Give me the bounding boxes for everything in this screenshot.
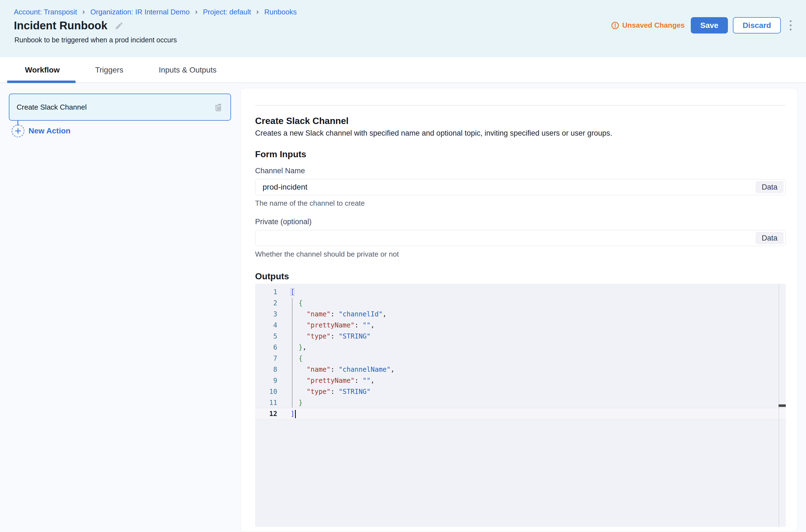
chevron-right-icon: [194, 10, 199, 15]
new-action-label: New Action: [29, 127, 70, 135]
field-channel-name: Channel Name Data The name of the channe…: [255, 167, 786, 208]
code-lines: 1[2 {3 "name": "channelId",4 "prettyName…: [255, 286, 786, 419]
tab-inputs-outputs[interactable]: Inputs & Outputs: [141, 57, 234, 82]
delete-action-trash-icon[interactable]: [213, 102, 223, 112]
plus-icon: [12, 125, 24, 137]
field-private: Private (optional) Data Whether the chan…: [255, 217, 786, 259]
action-detail-panel: Create Slack Channel Creates a new Slack…: [240, 88, 798, 532]
line-number: 4: [255, 320, 277, 331]
line-number: 2: [255, 298, 277, 309]
channel-name-input[interactable]: [255, 179, 786, 195]
chevron-right-icon: [81, 10, 86, 15]
page-title: Incident Runbook: [14, 19, 108, 32]
code-line[interactable]: 10 "type": "STRING": [255, 386, 786, 397]
tab-triggers[interactable]: Triggers: [77, 57, 141, 82]
action-card-label: Create Slack Channel: [17, 103, 213, 112]
line-number: 10: [255, 386, 277, 397]
line-number: 9: [255, 375, 277, 386]
channel-name-helper: The name of the channel to create: [255, 199, 786, 208]
breadcrumb: Account: Transposit Organization: IR Int…: [14, 8, 297, 16]
line-number: 12: [255, 408, 277, 419]
discard-button[interactable]: Discard: [733, 17, 781, 34]
code-line[interactable]: 11 }: [255, 397, 786, 408]
code-line[interactable]: 8 "name": "channelName",: [255, 364, 786, 375]
code-line[interactable]: 12]: [255, 408, 786, 419]
warning-icon: [611, 21, 619, 30]
line-number: 3: [255, 309, 277, 320]
edit-pencil-icon[interactable]: [115, 21, 124, 30]
channel-name-label: Channel Name: [255, 167, 786, 175]
code-line[interactable]: 5 "type": "STRING": [255, 331, 786, 342]
indent-guide-line: [292, 298, 292, 408]
breadcrumb-runbooks[interactable]: Runbooks: [264, 8, 297, 16]
line-number: 6: [255, 342, 277, 353]
private-helper: Whether the channel should be private or…: [255, 250, 786, 259]
breadcrumb-account[interactable]: Account: Transposit: [14, 8, 77, 16]
action-description: Creates a new Slack channel with specifi…: [255, 129, 786, 137]
code-line[interactable]: 2 {: [255, 298, 786, 309]
new-action-button[interactable]: New Action: [12, 125, 70, 137]
unsaved-changes-badge: Unsaved Changes: [611, 21, 685, 30]
private-data-button[interactable]: Data: [756, 232, 784, 244]
chevron-right-icon: [255, 10, 260, 15]
code-line[interactable]: 3 "name": "channelId",: [255, 309, 786, 320]
code-line[interactable]: 6 },: [255, 342, 786, 353]
text-cursor: [295, 410, 296, 418]
outputs-heading: Outputs: [255, 271, 786, 282]
page-header: Account: Transposit Organization: IR Int…: [0, 0, 806, 57]
code-line[interactable]: 9 "prettyName": "",: [255, 375, 786, 386]
line-number: 11: [255, 397, 277, 408]
form-inputs-heading: Form Inputs: [255, 149, 786, 159]
unsaved-changes-label: Unsaved Changes: [622, 21, 685, 30]
channel-name-data-button[interactable]: Data: [756, 181, 784, 193]
outputs-code-editor[interactable]: 1[2 {3 "name": "channelId",4 "prettyName…: [255, 284, 786, 527]
breadcrumb-organization[interactable]: Organization: IR Internal Demo: [90, 8, 189, 16]
action-title: Create Slack Channel: [255, 116, 786, 126]
private-label: Private (optional): [255, 217, 786, 226]
code-line[interactable]: 1[: [255, 286, 786, 298]
save-button[interactable]: Save: [691, 17, 728, 34]
line-number: 7: [255, 353, 277, 364]
breadcrumb-project[interactable]: Project: default: [203, 8, 251, 16]
workflow-sidebar: Create Slack Channel New Action: [0, 83, 240, 532]
more-options-kebab-icon[interactable]: [787, 18, 794, 33]
action-card-create-slack-channel[interactable]: Create Slack Channel: [9, 94, 231, 121]
line-number: 1: [255, 286, 277, 298]
code-line[interactable]: 7 {: [255, 353, 786, 364]
line-number: 8: [255, 364, 277, 375]
runbook-page: Account: Transposit Organization: IR Int…: [0, 0, 806, 532]
divider: [255, 105, 786, 106]
tab-bar: Workflow Triggers Inputs & Outputs: [0, 57, 806, 83]
private-input[interactable]: [255, 230, 786, 246]
editor-scrollbar-thumb[interactable]: [778, 404, 786, 407]
tab-workflow[interactable]: Workflow: [7, 57, 77, 82]
code-line[interactable]: 4 "prettyName": "",: [255, 320, 786, 331]
page-subtitle: Runbook to be triggered when a prod inci…: [14, 36, 177, 44]
line-number: 5: [255, 331, 277, 342]
